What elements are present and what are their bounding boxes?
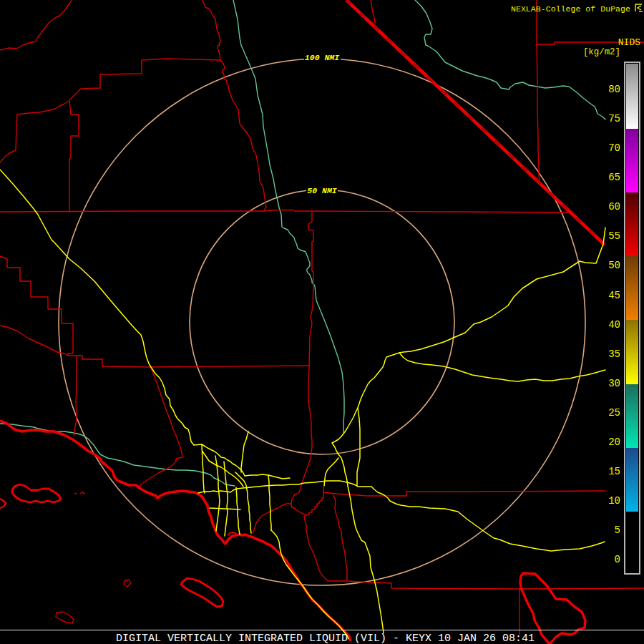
svg-text:40: 40 <box>608 319 620 331</box>
svg-text:100 NMI: 100 NMI <box>305 53 339 62</box>
svg-text:5: 5 <box>615 525 620 536</box>
svg-text:50 NMI: 50 NMI <box>307 186 337 195</box>
svg-text:55: 55 <box>608 230 620 242</box>
svg-text:NIDS: NIDS <box>618 37 640 48</box>
svg-text:70: 70 <box>608 142 620 154</box>
svg-text:65: 65 <box>608 172 620 183</box>
svg-text:80: 80 <box>608 84 620 95</box>
svg-text:75: 75 <box>608 113 620 125</box>
svg-text:10: 10 <box>608 495 620 507</box>
svg-text:35: 35 <box>608 348 620 360</box>
svg-text:45: 45 <box>608 290 620 301</box>
svg-text:0: 0 <box>615 554 620 565</box>
svg-text:50: 50 <box>608 260 620 271</box>
svg-text:20: 20 <box>608 436 620 448</box>
svg-text:[kg/m2]: [kg/m2] <box>583 47 620 57</box>
svg-text:30: 30 <box>608 378 620 389</box>
svg-text:25: 25 <box>608 407 620 419</box>
svg-text:15: 15 <box>608 466 620 477</box>
svg-text:NEXLAB-College of DuPage: NEXLAB-College of DuPage <box>511 4 630 14</box>
svg-text:60: 60 <box>608 201 620 213</box>
svg-text:DIGITAL VERTICALLY INTEGRATED: DIGITAL VERTICALLY INTEGRATED LIQUID (VI… <box>116 633 535 644</box>
